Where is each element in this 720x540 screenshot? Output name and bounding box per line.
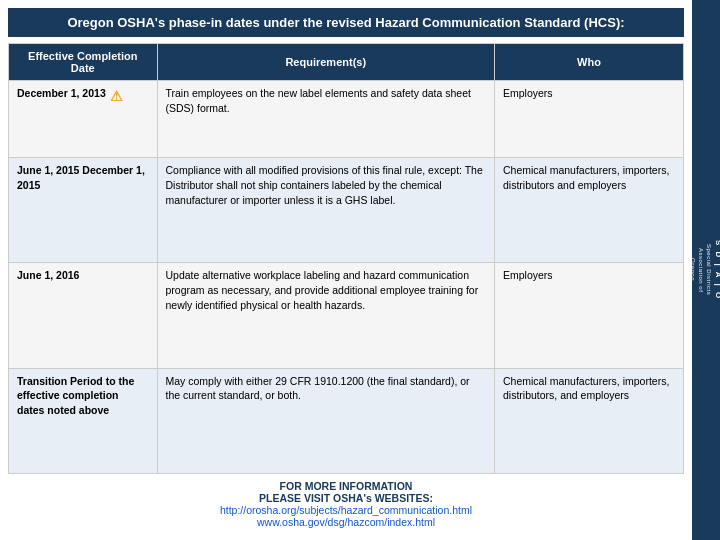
sdao-line4: Oregon — [690, 258, 696, 281]
page-title: Oregon OSHA's phase-in dates under the r… — [8, 8, 684, 37]
cell-date: June 1, 2015 December 1, 2015 — [9, 158, 158, 263]
cell-who: Chemical manufacturers, importers, distr… — [495, 158, 684, 263]
cell-requirement: Update alternative workplace labeling an… — [157, 263, 495, 368]
footer-line4: www.osha.gov/dsg/hazcom/index.html — [8, 516, 684, 528]
date-text: December 1, 2013 — [17, 86, 106, 101]
date-text: June 1, 2016 — [17, 268, 79, 283]
footer-line3: http://orosha.org/subjects/hazard_commun… — [8, 504, 684, 516]
header-requirement: Requirement(s) — [157, 44, 495, 81]
sidebar: S D | A | O Special Districts Associatio… — [692, 0, 720, 540]
footer-line2: PLEASE VISIT OSHA's WEBSITES: — [8, 492, 684, 504]
sdao-logo: S D | A | O Special Districts Associatio… — [690, 240, 721, 300]
header-date: Effective Completion Date — [9, 44, 158, 81]
cell-date: June 1, 2016 — [9, 263, 158, 368]
date-text: Transition Period to the effective compl… — [17, 374, 149, 418]
sdao-line1: S D | A | O — [714, 240, 721, 300]
cell-date: Transition Period to the effective compl… — [9, 368, 158, 473]
table-row: June 1, 2015 December 1, 2015Compliance … — [9, 158, 684, 263]
table-row: December 1, 2013⚠Train employees on the … — [9, 81, 684, 158]
header-who: Who — [495, 44, 684, 81]
footer-line1: FOR MORE INFORMATION — [8, 480, 684, 492]
cell-requirement: Train employees on the new label element… — [157, 81, 495, 158]
sdao-line2: Special Districts — [706, 244, 712, 295]
cell-who: Chemical manufacturers, importers, distr… — [495, 368, 684, 473]
warning-icon: ⚠ — [110, 87, 123, 107]
cell-who: Employers — [495, 81, 684, 158]
date-text: June 1, 2015 December 1, 2015 — [17, 163, 149, 192]
cell-requirement: May comply with either 29 CFR 1910.1200 … — [157, 368, 495, 473]
table-row: Transition Period to the effective compl… — [9, 368, 684, 473]
cell-who: Employers — [495, 263, 684, 368]
cell-requirement: Compliance with all modified provisions … — [157, 158, 495, 263]
sdao-line3: Association of — [698, 248, 704, 292]
hcs-table: Effective Completion Date Requirement(s)… — [8, 43, 684, 474]
cell-date: December 1, 2013⚠ — [9, 81, 158, 158]
table-row: June 1, 2016Update alternative workplace… — [9, 263, 684, 368]
footer: FOR MORE INFORMATION PLEASE VISIT OSHA's… — [8, 474, 684, 532]
